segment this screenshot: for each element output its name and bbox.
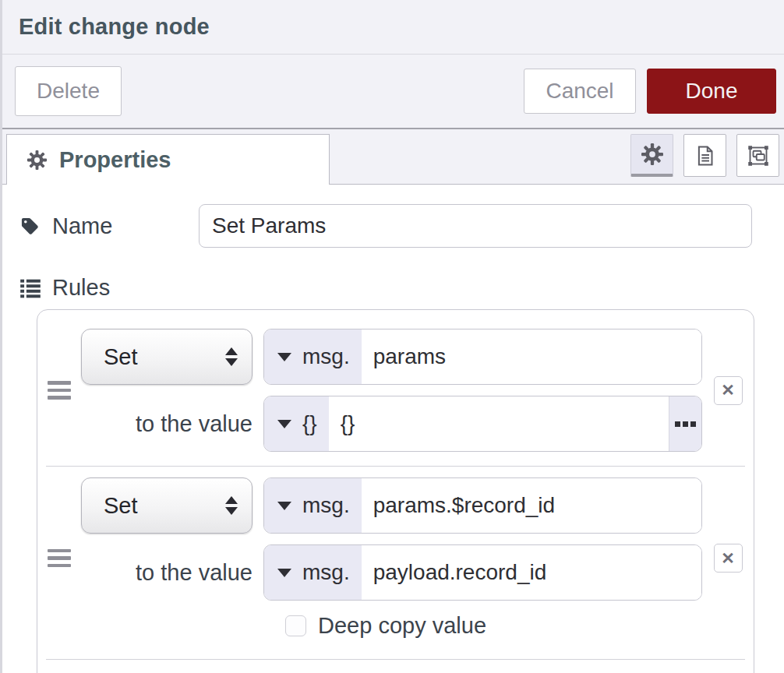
property-input[interactable] [362,478,701,533]
appearance-group-icon [747,144,770,167]
chevron-down-icon [277,502,291,510]
rule-main: Set msg. to the value [81,329,702,452]
property-type-button[interactable]: msg. [264,329,362,384]
tab-tools [630,134,779,177]
ellipsis-icon [683,421,688,427]
select-arrows-icon [225,347,238,366]
property-typed-input: msg. [263,477,702,534]
rule-action-select[interactable]: Set [81,329,253,385]
rule-action-select[interactable]: Set [81,477,253,534]
expand-editor-button[interactable] [669,396,701,451]
rule-property-row: Set msg. [81,477,702,534]
rule-divider [46,659,745,660]
drag-handle-bar [48,564,71,568]
select-arrows-icon [225,496,238,515]
delete-rule-button[interactable]: ✕ [714,376,743,405]
rule-item-2: Set msg. to the value [37,467,754,659]
property-input[interactable] [362,329,701,384]
value-input[interactable] [329,396,669,451]
delete-rule-button[interactable]: ✕ [714,544,743,573]
rule-delete-column: ✕ [702,329,754,452]
rule-property-row: Set msg. [81,329,702,385]
rule-action-value: Set [104,493,138,519]
name-label-group: Name [19,213,199,239]
rule-item-1: Set msg. to the value [37,310,754,466]
tray-toolbar: Delete Cancel Done [2,55,784,129]
name-field-row: Name [19,204,767,248]
rule-delete-column: ✕ [702,477,754,639]
document-icon [694,144,717,167]
value-type-button[interactable]: msg. [264,545,362,600]
drag-handle-bar [48,549,71,553]
rules-label-group: Rules [19,276,767,299]
rule-value-row: to the value {} [81,396,702,452]
tray-header: Edit change node [2,0,784,55]
ellipsis-icon [675,421,680,427]
deep-copy-row: Deep copy value [81,613,702,639]
tab-properties-label: Properties [59,147,171,173]
drag-handle[interactable] [37,477,81,639]
rule-action-value: Set [104,344,138,370]
tag-icon [19,216,41,237]
value-input[interactable] [362,545,701,600]
name-input[interactable] [199,204,752,248]
chevron-down-icon [277,353,291,361]
cancel-button[interactable]: Cancel [524,69,636,114]
tab-properties[interactable]: Properties [6,134,330,185]
value-type-label: {} [302,411,317,436]
drag-handle-bar [48,556,71,560]
gear-icon [26,150,48,171]
tab-tool-appearance-button[interactable] [736,134,779,177]
gear-icon [641,143,664,166]
page-title: Edit change node [19,14,210,40]
rules-label: Rules [52,275,110,301]
tab-tool-properties-button[interactable] [630,134,673,177]
property-typed-input: msg. [263,329,702,385]
name-label: Name [52,213,112,239]
property-type-label: msg. [302,493,350,518]
drag-handle-bar [48,396,71,400]
value-typed-input: msg. [263,544,702,601]
rules-container: Set msg. to the value [37,309,754,673]
value-type-button[interactable]: {} [264,396,329,451]
property-type-button[interactable]: msg. [264,478,362,533]
done-button[interactable]: Done [647,69,776,114]
deep-copy-checkbox[interactable] [285,615,306,636]
rule-value-row: to the value msg. [81,544,702,601]
drag-handle[interactable] [37,329,81,452]
editor-tabbar: Properties [2,129,784,185]
ellipsis-icon [690,421,696,427]
to-value-label: to the value [81,560,253,586]
delete-button[interactable]: Delete [15,66,122,116]
property-type-label: msg. [302,344,350,369]
chevron-down-icon [277,420,291,428]
to-value-label: to the value [81,411,253,437]
properties-form: Name Rules [2,204,784,673]
edit-node-tray: Edit change node Delete Cancel Done [0,0,784,673]
value-type-label: msg. [302,560,350,585]
chevron-down-icon [277,569,291,577]
drag-handle-bar [48,381,71,385]
value-typed-input: {} [263,396,702,452]
tab-tool-description-button[interactable] [683,134,726,177]
list-icon [19,277,41,298]
rule-main: Set msg. to the value [81,477,702,639]
deep-copy-label: Deep copy value [318,613,486,639]
drag-handle-bar [48,389,71,393]
